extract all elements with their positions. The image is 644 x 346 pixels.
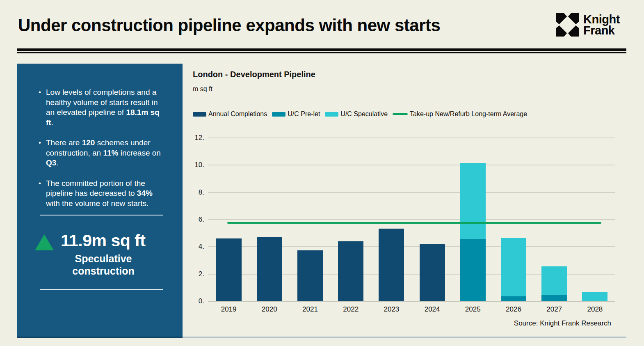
bar-2022-annual-completions bbox=[338, 241, 363, 301]
average-reference-line bbox=[227, 222, 602, 224]
y-tick-label-0: 0. bbox=[188, 297, 204, 305]
stat-label: Speculative construction bbox=[54, 252, 153, 277]
y-tick-label-6: 6. bbox=[188, 215, 204, 224]
panel-divider-top bbox=[40, 215, 163, 215]
summary-panel: Low levels of completions and a healthy … bbox=[17, 64, 183, 337]
legend-label: Annual Completions bbox=[208, 110, 267, 118]
bar-2023-annual-completions bbox=[379, 229, 404, 301]
bullet-committed: The committed portion of the pipeline ha… bbox=[39, 179, 164, 209]
up-triangle-icon bbox=[35, 234, 54, 250]
bullet-text: increase on bbox=[118, 149, 161, 157]
bar-2027-u-c-speculative bbox=[541, 266, 567, 295]
bar-2027-u-c-pre-let bbox=[541, 295, 567, 301]
logo-word-knight: Knight bbox=[583, 14, 620, 25]
gridline-10 bbox=[208, 165, 615, 165]
legend-item: U/C Pre-let bbox=[272, 110, 320, 118]
x-tick-label-2021: 2021 bbox=[290, 305, 330, 314]
bullet-schemes: There are 120 schemes under construction… bbox=[39, 138, 164, 168]
bar-2024-annual-completions bbox=[420, 244, 445, 301]
gridline-12 bbox=[208, 137, 615, 138]
x-tick-label-2019: 2019 bbox=[208, 305, 249, 314]
legend-label: U/C Pre-let bbox=[288, 110, 320, 118]
knight-frank-logo: Knight Frank bbox=[556, 13, 620, 37]
header-divider-thin-line bbox=[17, 52, 626, 53]
x-tick-label-2022: 2022 bbox=[331, 305, 371, 314]
legend-swatch-icon bbox=[272, 112, 285, 117]
x-axis: 2019202020212022202320242025202620272028 bbox=[208, 305, 615, 315]
knight-frank-logo-icon bbox=[556, 13, 579, 37]
page-title: Under construction pipeline expands with… bbox=[18, 16, 440, 35]
x-tick-label-2026: 2026 bbox=[493, 305, 534, 314]
bullet-text-bold: Q3 bbox=[46, 158, 56, 167]
chart-section: London - Development Pipeline m sq ft An… bbox=[193, 70, 628, 337]
bar-2019-annual-completions bbox=[216, 238, 242, 301]
x-tick-label-2028: 2028 bbox=[575, 305, 615, 314]
bullet-text-bold: 34% bbox=[137, 189, 153, 197]
plot-area bbox=[208, 138, 615, 301]
bullet-pipeline: Low levels of completions and a healthy … bbox=[39, 87, 164, 128]
bullet-text: . bbox=[56, 158, 58, 167]
bar-2026-u-c-pre-let bbox=[501, 296, 526, 301]
legend-item: Annual Completions bbox=[193, 110, 267, 118]
bottom-divider-dark bbox=[17, 337, 183, 338]
source-text: Source: Knight Frank Research bbox=[514, 319, 611, 328]
bullet-text-bold: 11% bbox=[103, 149, 118, 157]
bar-2028-u-c-speculative bbox=[582, 292, 607, 301]
bar-2025-u-c-speculative bbox=[460, 163, 486, 239]
y-tick-label-8: 8. bbox=[188, 188, 204, 197]
bullet-text: with the volume of new starts. bbox=[46, 199, 148, 208]
legend-label: U/C Speculative bbox=[340, 110, 388, 118]
bullet-text: The committed portion of the pipeline ha… bbox=[46, 179, 145, 198]
bullet-text-bold: 120 bbox=[82, 138, 95, 147]
bullet-list: Low levels of completions and a healthy … bbox=[39, 87, 164, 219]
chart-units-label: m sq ft bbox=[193, 85, 212, 93]
y-tick-label-12: 12. bbox=[188, 134, 204, 142]
stat-value: 11.9m sq ft bbox=[61, 231, 145, 250]
bullet-text: . bbox=[51, 118, 53, 127]
legend-swatch-icon bbox=[325, 112, 338, 117]
bar-2025-u-c-pre-let bbox=[460, 239, 486, 301]
x-tick-label-2020: 2020 bbox=[249, 305, 290, 314]
bar-2020-annual-completions bbox=[257, 237, 282, 301]
logo-word-frank: Frank bbox=[583, 25, 620, 36]
slide: Under construction pipeline expands with… bbox=[0, 0, 644, 346]
legend-line-swatch-icon bbox=[393, 113, 408, 115]
chart-legend: Annual CompletionsU/C Pre-letU/C Specula… bbox=[193, 110, 532, 118]
knight-frank-wordmark: Knight Frank bbox=[583, 14, 620, 36]
header-divider bbox=[17, 48, 626, 53]
bar-2026-u-c-speculative bbox=[501, 238, 526, 297]
stat-row: 11.9m sq ft bbox=[35, 231, 145, 250]
y-tick-label-4: 4. bbox=[188, 243, 204, 251]
x-tick-label-2025: 2025 bbox=[452, 305, 493, 314]
chart-title: London - Development Pipeline bbox=[193, 70, 628, 79]
panel-divider-bottom bbox=[40, 289, 163, 290]
legend-swatch-icon bbox=[193, 112, 206, 117]
legend-item: U/C Speculative bbox=[325, 110, 388, 118]
x-tick-label-2027: 2027 bbox=[534, 305, 575, 314]
y-axis: 0.2.4.6.8.10.12. bbox=[193, 138, 204, 301]
legend-label: Take-up New/Refurb Long-term Average bbox=[410, 110, 527, 118]
gridline-8 bbox=[208, 192, 615, 193]
header-divider-thick-line bbox=[17, 48, 626, 51]
bottom-divider-light bbox=[183, 337, 626, 338]
x-tick-label-2024: 2024 bbox=[412, 305, 452, 314]
x-tick-label-2023: 2023 bbox=[371, 305, 412, 314]
y-tick-label-10: 10. bbox=[188, 161, 204, 169]
bar-2021-annual-completions bbox=[297, 250, 323, 301]
bullet-text: There are bbox=[46, 138, 82, 147]
y-tick-label-2: 2. bbox=[188, 270, 204, 278]
gridline-6 bbox=[208, 219, 615, 220]
legend-item: Take-up New/Refurb Long-term Average bbox=[393, 110, 527, 118]
